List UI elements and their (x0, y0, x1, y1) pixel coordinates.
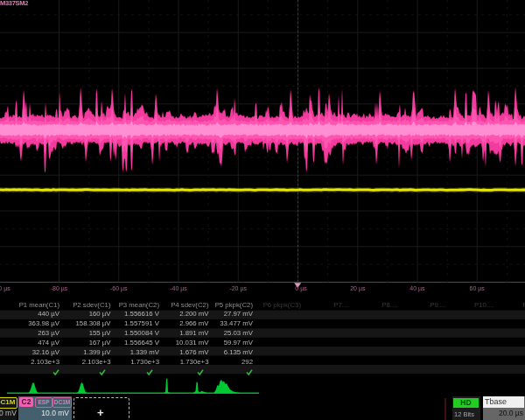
svg-text:27.97 mV: 27.97 mV (224, 310, 254, 318)
svg-text:20 µs: 20 µs (350, 285, 366, 292)
svg-text:40 µs: 40 µs (410, 285, 425, 292)
svg-text:P8....: P8.... (382, 301, 397, 309)
svg-text:P3 mean(C2): P3 mean(C2) (119, 301, 160, 309)
svg-text:1.891 mV: 1.891 mV (179, 329, 209, 337)
svg-text:2.103e+3: 2.103e+3 (82, 358, 111, 366)
svg-text:-100 µs: -100 µs (0, 285, 10, 292)
svg-text:P6 pkpk(C3): P6 pkpk(C3) (263, 301, 302, 309)
svg-text:474 µV: 474 µV (38, 339, 60, 346)
svg-text:363.98 µV: 363.98 µV (28, 319, 60, 327)
svg-text:33.477 mV: 33.477 mV (220, 319, 254, 327)
svg-text:P2 sdev(C1): P2 sdev(C1) (73, 301, 111, 309)
svg-text:158.308 µV: 158.308 µV (75, 319, 111, 327)
svg-text:1.557591 V: 1.557591 V (124, 319, 160, 327)
svg-text:155 µV: 155 µV (89, 329, 112, 337)
svg-text:25.03 mV: 25.03 mV (224, 329, 254, 337)
svg-text:P9....: P9.... (430, 301, 445, 309)
svg-text:P4 sdev(C2): P4 sdev(C2) (171, 301, 209, 309)
svg-text:1.730e+3: 1.730e+3 (130, 358, 159, 366)
svg-text:2.103e+3: 2.103e+3 (31, 358, 60, 366)
svg-text:P1 mean(C1): P1 mean(C1) (19, 301, 60, 309)
svg-text:1.339 mV: 1.339 mV (130, 348, 160, 356)
svg-text:59.97 mV: 59.97 mV (224, 339, 254, 346)
svg-text:1.676 mV: 1.676 mV (179, 348, 209, 356)
svg-text:2.966 mV: 2.966 mV (179, 319, 209, 327)
svg-text:-20 µs: -20 µs (229, 285, 247, 292)
svg-text:1.730e+3: 1.730e+3 (180, 358, 209, 366)
svg-text:60 µs: 60 µs (470, 285, 486, 292)
svg-text:160 µV: 160 µV (89, 310, 112, 318)
svg-text:6.135 mV: 6.135 mV (224, 348, 254, 356)
svg-text:167 µV: 167 µV (89, 339, 112, 346)
svg-text:P7....: P7.... (333, 301, 349, 309)
svg-text:1.556616 V: 1.556616 V (124, 310, 160, 318)
svg-text:-80 µs: -80 µs (51, 285, 68, 292)
svg-text:P5 pkpk(C2): P5 pkpk(C2) (215, 301, 254, 309)
svg-text:32.16 µV: 32.16 µV (32, 348, 60, 356)
svg-text:263 µV: 263 µV (38, 329, 60, 337)
svg-text:1.556645 V: 1.556645 V (124, 339, 160, 346)
svg-text:1.550084 V: 1.550084 V (124, 329, 160, 337)
svg-text:440 µV: 440 µV (38, 310, 60, 318)
svg-text:292: 292 (242, 358, 253, 366)
svg-text:-40 µs: -40 µs (170, 285, 187, 292)
svg-text:M337SM2: M337SM2 (0, 0, 28, 7)
svg-text:1.399 µV: 1.399 µV (83, 348, 111, 356)
svg-text:2.200 mV: 2.200 mV (179, 310, 209, 318)
svg-text:-60 µs: -60 µs (110, 285, 128, 292)
svg-text:P10....: P10.... (474, 301, 494, 309)
svg-text:10.031 mV: 10.031 mV (176, 339, 210, 346)
svg-text:0 µs: 0 µs (295, 285, 307, 292)
